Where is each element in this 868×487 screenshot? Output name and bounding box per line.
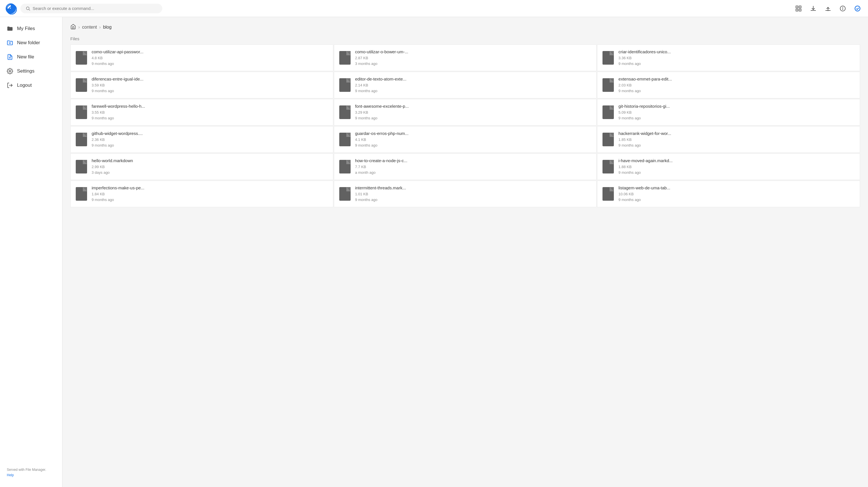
file-card[interactable]: como-utilizar-api-passwor... 4.8 KB9 mon… [70, 44, 333, 71]
file-meta: 1.85 KB9 months ago [618, 137, 855, 148]
sidebar-item-label: New file [17, 54, 34, 60]
help-link[interactable]: Help [7, 473, 14, 477]
file-document-icon [339, 133, 351, 146]
sidebar-item-label: New folder [17, 40, 40, 46]
svg-rect-7 [796, 9, 798, 11]
file-document-icon [339, 187, 351, 201]
file-icon [602, 187, 614, 201]
sidebar-item-my-files[interactable]: My Files [0, 22, 62, 36]
files-grid: como-utilizar-api-passwor... 4.8 KB9 mon… [70, 44, 860, 207]
file-document-icon [339, 78, 351, 92]
file-card[interactable]: guardar-os-erros-php-num... 4.1 KB9 mont… [334, 126, 597, 153]
folder-icon [7, 26, 13, 32]
list-view-button[interactable] [794, 4, 803, 13]
file-document-icon [602, 160, 614, 173]
info-button[interactable] [838, 4, 847, 13]
file-card[interactable]: i-have-moved-again.markd... 1.88 KB9 mon… [597, 153, 860, 180]
file-name: criar-identificadores-unico... [618, 49, 855, 54]
logout-icon [7, 82, 13, 89]
file-name: imperfections-make-us-pe... [92, 185, 328, 190]
file-icon [602, 133, 614, 146]
file-document-icon [602, 78, 614, 92]
file-card[interactable]: listagem-web-de-uma-tab... 10.06 KB9 mon… [597, 181, 860, 207]
file-info: como-utilizar-o-bower-um-... 2.87 KB3 mo… [355, 49, 591, 66]
sidebar-item-new-folder[interactable]: New folder [0, 36, 62, 50]
file-name: editor-de-texto-atom-exte... [355, 76, 591, 82]
search-input[interactable] [33, 6, 157, 11]
sidebar-item-settings[interactable]: Settings [0, 64, 62, 78]
download-button[interactable] [808, 4, 818, 13]
file-name: como-utilizar-o-bower-um-... [355, 49, 591, 54]
file-icon [76, 160, 87, 173]
file-card[interactable]: farewell-wordpress-hello-h... 3.55 KB9 m… [70, 99, 333, 126]
file-icon [339, 160, 351, 173]
sidebar-item-new-file[interactable]: New file [0, 50, 62, 64]
file-card[interactable]: hackerrank-widget-for-wor... 1.85 KB9 mo… [597, 126, 860, 153]
download-icon [810, 5, 817, 12]
file-info: como-utilizar-api-passwor... 4.8 KB9 mon… [92, 49, 328, 66]
svg-rect-6 [799, 6, 801, 8]
file-document-icon [76, 160, 87, 173]
sidebar-item-label: Settings [17, 68, 34, 74]
file-meta: 3.55 KB9 months ago [92, 110, 328, 121]
topbar [0, 0, 868, 17]
file-card[interactable]: how-to-create-a-node-js-c... 7.7 KBa mon… [334, 153, 597, 180]
file-card[interactable]: editor-de-texto-atom-exte... 2.14 KB9 mo… [334, 72, 597, 98]
file-info: imperfections-make-us-pe... 1.84 KB9 mon… [92, 185, 328, 202]
sidebar-footer: Served with File Manager. Help [0, 463, 62, 483]
file-info: intermittent-threads.mark... 1.01 KB9 mo… [355, 185, 591, 202]
file-name: como-utilizar-api-passwor... [92, 49, 328, 54]
file-card[interactable]: criar-identificadores-unico... 3.36 KB9 … [597, 44, 860, 71]
file-name: farewell-wordpress-hello-h... [92, 104, 328, 108]
file-meta: 3.59 KB9 months ago [92, 83, 328, 94]
file-icon [76, 78, 87, 92]
file-icon [339, 78, 351, 92]
file-meta: 2.03 KB9 months ago [618, 83, 855, 94]
file-card[interactable]: github-widget-wordpress.... 2.36 KB9 mon… [70, 126, 333, 153]
upload-button[interactable] [823, 4, 833, 13]
file-name: hello-world.markdown [92, 158, 328, 163]
svg-rect-8 [799, 9, 801, 11]
file-name: how-to-create-a-node-js-c... [355, 158, 591, 163]
file-document-icon [76, 78, 87, 92]
file-name: intermittent-threads.mark... [355, 185, 591, 190]
breadcrumb-content[interactable]: content [82, 25, 97, 30]
file-document-icon [76, 187, 87, 201]
file-meta: 1.01 KB9 months ago [355, 191, 591, 202]
file-icon [602, 51, 614, 65]
sidebar-item-logout[interactable]: Logout [0, 78, 62, 92]
file-icon [339, 133, 351, 146]
file-meta: 4.1 KB9 months ago [355, 137, 591, 148]
svg-rect-5 [796, 6, 798, 8]
file-info: editor-de-texto-atom-exte... 2.14 KB9 mo… [355, 76, 591, 94]
breadcrumb-home[interactable] [70, 24, 76, 31]
file-name: font-awesome-excelente-p... [355, 104, 591, 108]
file-card[interactable]: git-historia-repositorios-gi... 5.09 KB9… [597, 99, 860, 126]
file-card[interactable]: extensao-emmet-para-edit... 2.03 KB9 mon… [597, 72, 860, 98]
file-card[interactable]: como-utilizar-o-bower-um-... 2.87 KB3 mo… [334, 44, 597, 71]
add-folder-icon [7, 40, 13, 46]
upload-icon [825, 5, 831, 12]
file-meta: 7.7 KBa month ago [355, 164, 591, 175]
file-card[interactable]: intermittent-threads.mark... 1.01 KB9 mo… [334, 181, 597, 207]
file-card[interactable]: hello-world.markdown 2.99 KB3 days ago [70, 153, 333, 180]
file-document-icon [339, 160, 351, 173]
file-name: git-historia-repositorios-gi... [618, 104, 855, 108]
file-meta: 2.14 KB9 months ago [355, 83, 591, 94]
file-name: hackerrank-widget-for-wor... [618, 131, 855, 136]
gear-icon [7, 68, 13, 74]
file-info: guardar-os-erros-php-num... 4.1 KB9 mont… [355, 131, 591, 148]
done-button[interactable] [853, 4, 862, 13]
search-bar[interactable] [21, 4, 162, 13]
file-card[interactable]: diferencas-entre-igual-ide... 3.59 KB9 m… [70, 72, 333, 98]
breadcrumb-blog[interactable]: blog [103, 25, 112, 30]
breadcrumb-separator-2: › [99, 25, 101, 30]
file-icon [339, 51, 351, 65]
file-name: github-widget-wordpress.... [92, 131, 328, 136]
file-meta: 2.99 KB3 days ago [92, 164, 328, 175]
file-card[interactable]: font-awesome-excelente-p... 3.29 KB9 mon… [334, 99, 597, 126]
check-icon [854, 5, 861, 12]
file-document-icon [339, 105, 351, 119]
file-card[interactable]: imperfections-make-us-pe... 1.84 KB9 mon… [70, 181, 333, 207]
file-document-icon [602, 187, 614, 201]
